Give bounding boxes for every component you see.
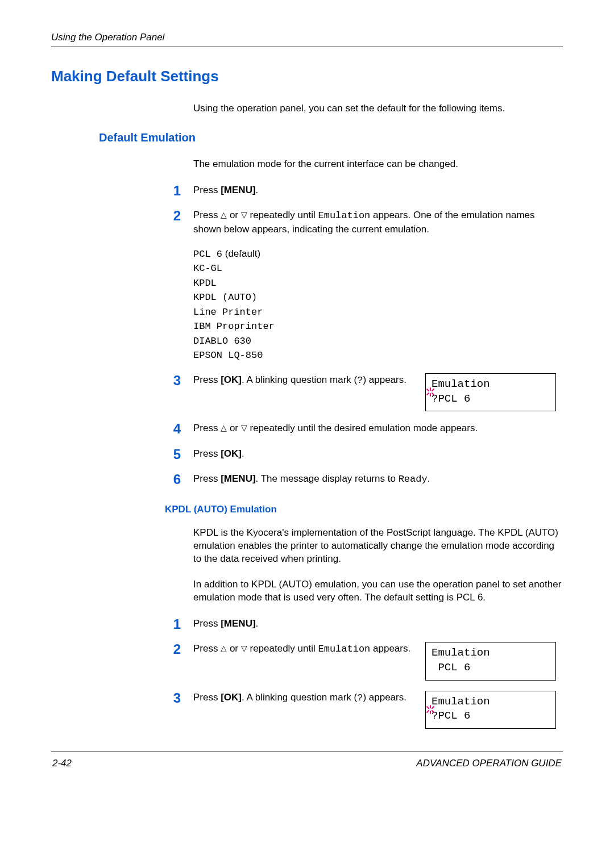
text: or bbox=[227, 210, 241, 220]
emulation-mono: Emulation bbox=[318, 644, 371, 654]
question-mark-mono: ? bbox=[357, 375, 363, 386]
page-title: Making Default Settings bbox=[51, 68, 563, 85]
subsection-kpdl-title: KPDL (AUTO) Emulation bbox=[165, 504, 563, 515]
text: . bbox=[256, 618, 259, 629]
running-header: Using the Operation Panel bbox=[51, 32, 563, 43]
svg-line-7 bbox=[427, 707, 429, 708]
step-number: 5 bbox=[165, 447, 193, 462]
step-number: 1 bbox=[165, 183, 193, 198]
step-number: 3 bbox=[165, 373, 193, 388]
lcd-line2: ?PCL 6 bbox=[432, 709, 550, 724]
step-kpdl-1: 1 Press [MENU]. bbox=[51, 617, 563, 632]
page-number: 2-42 bbox=[52, 758, 72, 769]
text: repeatedly until bbox=[247, 210, 318, 220]
text: ) appears. bbox=[363, 374, 406, 385]
text: repeatedly until bbox=[247, 643, 318, 654]
emulation-list: PCL 6 (default) KC-GL KPDL KPDL (AUTO) L… bbox=[193, 247, 563, 363]
text: . bbox=[242, 448, 244, 459]
text: repeatedly until the desired emulation m… bbox=[247, 423, 478, 433]
step-de-6: 6 Press [MENU]. The message display retu… bbox=[51, 472, 563, 487]
down-triangle-icon: ▽ bbox=[241, 643, 247, 654]
step-de-4: 4 Press △ or ▽ repeatedly until the desi… bbox=[51, 422, 563, 436]
text: . A blinking question mark ( bbox=[242, 374, 357, 385]
down-triangle-icon: ▽ bbox=[241, 210, 247, 221]
lcd-display: Emulation PCL 6 bbox=[425, 642, 556, 680]
menu-button-label: [MENU] bbox=[221, 618, 255, 629]
step-de-1: 1 Press [MENU]. bbox=[51, 183, 563, 198]
text: Press bbox=[193, 643, 221, 654]
up-triangle-icon: △ bbox=[221, 423, 227, 434]
text: Press bbox=[193, 185, 221, 195]
lcd-line1: Emulation bbox=[432, 377, 550, 392]
text: appears. bbox=[370, 643, 410, 654]
text: Press bbox=[193, 210, 221, 220]
text: Press bbox=[193, 448, 221, 459]
lcd-display: Emulation ?PCL 6 bbox=[425, 691, 556, 729]
step-number: 4 bbox=[165, 422, 193, 436]
step-kpdl-3: 3 Press [OK]. A blinking question mark (… bbox=[51, 691, 563, 729]
text: Press bbox=[193, 374, 221, 385]
step-number: 1 bbox=[165, 617, 193, 632]
text: or bbox=[227, 643, 241, 654]
up-triangle-icon: △ bbox=[221, 210, 227, 221]
lcd-line1: Emulation bbox=[432, 695, 550, 710]
step-number: 3 bbox=[165, 691, 193, 706]
ready-mono: Ready bbox=[399, 474, 428, 485]
step-number: 2 bbox=[165, 208, 193, 223]
step-de-3: 3 Press [OK]. A blinking question mark (… bbox=[51, 373, 563, 411]
kpdl-p2: In addition to KPDL (AUTO) emulation, yo… bbox=[193, 578, 563, 604]
text: Press bbox=[193, 423, 221, 433]
guide-name: ADVANCED OPERATION GUIDE bbox=[416, 758, 562, 769]
footer-rule bbox=[51, 752, 563, 752]
step-de-2: 2 Press △ or ▽ repeatedly until Emulatio… bbox=[51, 208, 563, 363]
intro-text: Using the operation panel, you can set t… bbox=[193, 102, 563, 115]
text: . bbox=[256, 185, 259, 195]
question-mark-mono: ? bbox=[357, 692, 363, 703]
emulation-mono: Emulation bbox=[318, 210, 371, 221]
text: Press bbox=[193, 473, 221, 484]
ok-button-label: [OK] bbox=[221, 374, 242, 385]
text: . bbox=[428, 473, 430, 484]
svg-line-4 bbox=[427, 393, 429, 395]
text: Press bbox=[193, 618, 221, 629]
step-number: 2 bbox=[165, 642, 193, 657]
up-triangle-icon: △ bbox=[221, 643, 227, 654]
ok-button-label: [OK] bbox=[221, 448, 242, 459]
step-de-5: 5 Press [OK]. bbox=[51, 447, 563, 462]
text: . A blinking question mark ( bbox=[242, 692, 357, 703]
text: . The message display returns to bbox=[256, 473, 399, 484]
down-triangle-icon: ▽ bbox=[241, 423, 247, 434]
text: or bbox=[227, 423, 241, 433]
ok-button-label: [OK] bbox=[221, 692, 242, 703]
menu-button-label: [MENU] bbox=[221, 185, 255, 195]
text: Press bbox=[193, 692, 221, 703]
lcd-line2: PCL 6 bbox=[432, 661, 550, 675]
svg-line-10 bbox=[427, 711, 429, 712]
lcd-display: Emulation ?PCL 6 bbox=[425, 373, 556, 411]
lcd-line2: ?PCL 6 bbox=[432, 392, 550, 407]
header-rule bbox=[51, 47, 563, 47]
section-de-desc: The emulation mode for the current inter… bbox=[193, 158, 563, 171]
text: ) appears. bbox=[363, 692, 406, 703]
kpdl-p1: KPDL is the Kyocera's implementation of … bbox=[193, 527, 563, 566]
menu-button-label: [MENU] bbox=[221, 473, 255, 484]
section-default-emulation-title: Default Emulation bbox=[99, 131, 563, 144]
lcd-line1: Emulation bbox=[432, 646, 550, 661]
step-number: 6 bbox=[165, 472, 193, 487]
step-kpdl-2: 2 Press △ or ▽ repeatedly until Emulatio… bbox=[51, 642, 563, 680]
svg-line-1 bbox=[427, 389, 429, 391]
